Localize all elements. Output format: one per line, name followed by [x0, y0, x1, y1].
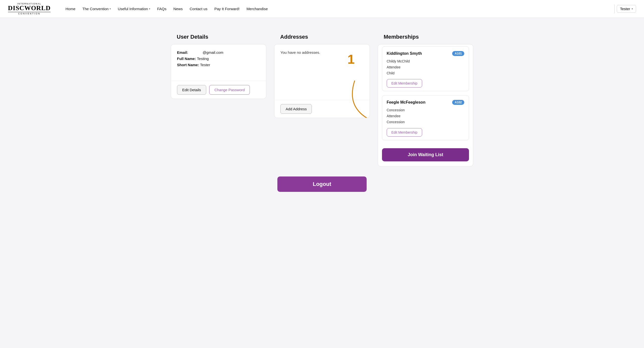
- short-name-label: Short Name:: [177, 63, 199, 67]
- addresses-title: Addresses: [274, 28, 370, 44]
- nav-the-convention[interactable]: The Convention ▾: [79, 5, 114, 13]
- edit-membership-1-button[interactable]: Edit Membership: [387, 79, 422, 88]
- user-details-title: User Details: [171, 28, 266, 44]
- logo-bottom-text: CONVENTION: [18, 13, 40, 15]
- nav-contact-us[interactable]: Contact us: [187, 5, 210, 13]
- membership-2-details: Concession Attendee Concession: [387, 107, 464, 125]
- logout-row: Logout: [0, 176, 644, 192]
- short-name-field: Short Name: Tester: [177, 63, 260, 67]
- email-value: @gmail.com: [202, 50, 223, 54]
- membership-1-name: Kiddlington Smyth: [387, 51, 422, 56]
- logo-main-text: DISCWORLD: [8, 5, 50, 12]
- full-name-label: Full Name:: [177, 56, 196, 61]
- membership-2-badge: A102: [452, 100, 464, 105]
- nav-divider: [614, 4, 615, 14]
- membership-1-details: Childy McChild Attendee Child: [387, 58, 464, 76]
- memberships-title: Memberships: [378, 28, 473, 44]
- nav-home[interactable]: Home: [62, 5, 78, 13]
- membership-item-2: Feegle McFeegleson A102 Concession Atten…: [382, 95, 469, 140]
- memberships-list: Kiddlington Smyth A101 Childy McChild At…: [378, 44, 473, 140]
- email-label: Email:: [177, 50, 188, 54]
- join-waiting-list-button[interactable]: Join Waiting List: [382, 148, 469, 161]
- membership-item-1: Kiddlington Smyth A101 Childy McChild At…: [382, 46, 469, 91]
- membership-1-header: Kiddlington Smyth A101: [387, 51, 464, 56]
- nav-faqs[interactable]: FAQs: [154, 5, 170, 13]
- full-name-field: Full Name: Testing: [177, 56, 260, 61]
- nav-news[interactable]: News: [170, 5, 186, 13]
- memberships-section: Memberships Kiddlington Smyth A101 Child…: [378, 28, 473, 166]
- navbar: INTERNATIONAL DISCWORLD CONVENTION Home …: [0, 0, 644, 18]
- user-details-footer: Edit Details Change Password: [171, 81, 266, 99]
- nav-links: Home The Convention ▾ Useful Information…: [62, 5, 612, 13]
- nav-useful-information[interactable]: Useful Information ▾: [115, 5, 153, 13]
- membership-2-name: Feegle McFeegleson: [387, 100, 426, 104]
- memberships-card: Kiddlington Smyth A101 Childy McChild At…: [378, 44, 473, 166]
- nav-pay-it-forward[interactable]: Pay It Forward!: [212, 5, 243, 13]
- membership-2-header: Feegle McFeegleson A102: [387, 100, 464, 105]
- main-content: User Details Email: @gmail.com Full Name…: [161, 28, 483, 166]
- change-password-button[interactable]: Change Password: [209, 85, 250, 95]
- nav-user-label: Tester: [620, 7, 630, 11]
- nav-user-menu[interactable]: Tester ▾: [617, 5, 636, 13]
- nav-merchandise[interactable]: Merchandise: [244, 5, 271, 13]
- memberships-footer: Join Waiting List: [378, 144, 473, 166]
- addresses-body: You have no addresses.: [274, 44, 369, 94]
- addresses-card: You have no addresses. 1 Add Address: [274, 44, 370, 118]
- chevron-down-icon: ▾: [632, 8, 633, 10]
- logo[interactable]: INTERNATIONAL DISCWORLD CONVENTION: [8, 3, 50, 15]
- chevron-down-icon: ▾: [149, 8, 150, 10]
- edit-details-button[interactable]: Edit Details: [177, 85, 206, 95]
- user-details-section: User Details Email: @gmail.com Full Name…: [171, 28, 266, 99]
- edit-membership-2-button[interactable]: Edit Membership: [387, 128, 422, 136]
- email-field: Email: @gmail.com: [177, 50, 260, 54]
- user-details-card: Email: @gmail.com Full Name: Testing Sho…: [171, 44, 266, 99]
- user-details-body: Email: @gmail.com Full Name: Testing Sho…: [171, 44, 266, 75]
- addresses-footer: Add Address: [274, 100, 369, 118]
- addresses-section: Addresses You have no addresses. 1 Add A…: [274, 28, 370, 118]
- add-address-button[interactable]: Add Address: [280, 104, 312, 114]
- no-addresses-text: You have no addresses.: [280, 50, 364, 54]
- logout-button[interactable]: Logout: [278, 176, 366, 192]
- membership-1-badge: A101: [452, 51, 464, 56]
- chevron-down-icon: ▾: [110, 8, 111, 10]
